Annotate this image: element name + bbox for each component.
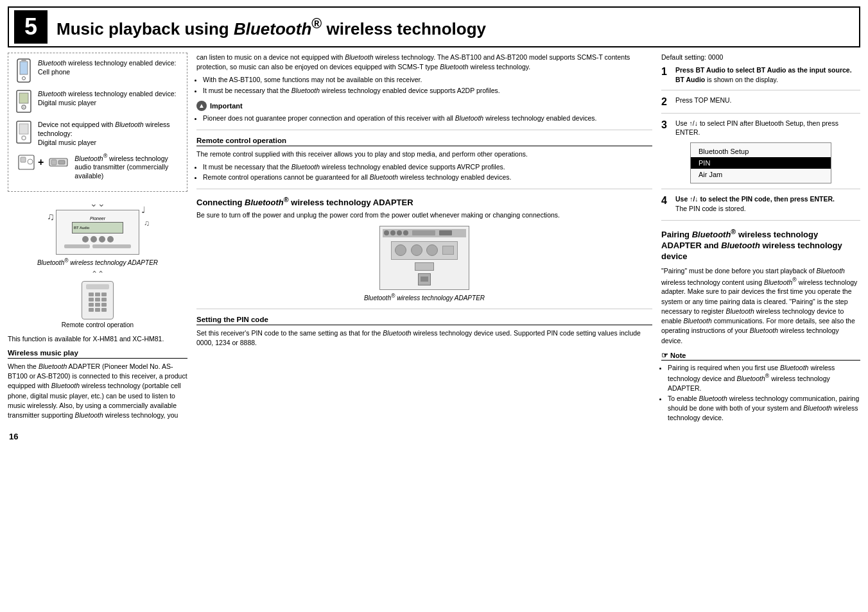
remote-body: The remote control supplied with this re… <box>196 149 652 159</box>
wireless-body-text: When the Bluetooth ADAPTER (Pioneer Mode… <box>8 362 187 420</box>
receiver-diagram: Pioneer BT Audio <box>56 210 139 255</box>
wireless-section-header: Wireless music play <box>8 349 187 359</box>
page-header: 5 Music playback using Bluetooth® wirele… <box>8 6 860 47</box>
intro-body: can listen to music on a device not equi… <box>196 53 652 72</box>
intro-bullets: With the AS-BT100, some functions may no… <box>203 75 652 95</box>
pin-body: Set this receiver's PIN code to the same… <box>196 328 652 348</box>
divider1 <box>196 130 652 130</box>
svg-rect-5 <box>19 93 28 103</box>
step-1: 1 Press BT Audio to select BT Audio as t… <box>661 65 860 84</box>
menu-item-pin: PIN <box>691 157 831 169</box>
step2-number: 2 <box>661 96 672 108</box>
device-musicplayer: Bluetooth wireless technology enabled de… <box>15 89 180 115</box>
svg-rect-12 <box>21 157 26 162</box>
important-bullets: Pioneer does not guarantee proper connec… <box>203 114 652 123</box>
connecting-body: Be sure to turn off the power and unplug… <box>196 210 652 220</box>
note-box: ☞ Note Pairing is required when you firs… <box>661 351 860 423</box>
page-number: 16 <box>0 425 868 448</box>
step1-number: 1 <box>661 65 672 78</box>
remote-label: Remote control operation <box>8 321 187 328</box>
pairing-title: Pairing Bluetooth® wireless technology A… <box>661 227 860 262</box>
svg-rect-3 <box>21 60 26 62</box>
device-bt-transmitter: + Bluetooth® wireless technology audio t… <box>15 153 180 181</box>
device1-label: Bluetooth wireless technology enabled de… <box>38 58 176 76</box>
menu-display: Bluetooth Setup PIN Air Jam <box>690 142 831 183</box>
step1-divider <box>661 90 860 90</box>
important-icon: ▲ <box>196 101 207 111</box>
function-note: This function is available for X-HM81 an… <box>8 335 187 343</box>
mid-column: can listen to music on a device not equi… <box>196 53 652 425</box>
device-transmitter: Device not equipped with Bluetooth wirel… <box>15 120 180 148</box>
step3-number: 3 <box>661 119 672 131</box>
svg-point-13 <box>28 159 33 164</box>
adapter-area: ⌄⌄ Pioneer BT Audio <box>8 198 187 328</box>
connecting-section-title: Connecting Bluetooth® wireless technolog… <box>196 196 652 207</box>
step3-text: Use ↑/↓ to select PIN after Bluetooth Se… <box>675 119 860 137</box>
step3-divider <box>661 189 860 189</box>
remote-section-header: Remote control operation <box>196 137 652 146</box>
svg-point-10 <box>22 136 26 140</box>
transmitter-icon <box>15 120 33 146</box>
pairing-body: "Pairing" must be done before you start … <box>661 266 860 346</box>
title-plain: Music playback using <box>56 19 234 38</box>
step4-text: Use ↑/↓ to select the PIN code, then pre… <box>675 194 860 213</box>
svg-rect-1 <box>20 62 28 74</box>
step2-text: Press TOP MENU. <box>675 96 860 105</box>
musicplayer-icon <box>15 89 33 115</box>
connecting-diagram: Bluetooth® wireless technology ADAPTER <box>196 226 652 302</box>
pairing-divider <box>661 220 860 221</box>
bt-transmitter-label: Bluetooth® wireless technology audio tra… <box>74 153 180 181</box>
step4-number: 4 <box>661 194 672 207</box>
title-suffix: wireless technology <box>322 19 486 38</box>
devices-dashed-box: Bluetooth wireless technology enabled de… <box>8 53 187 192</box>
plus-symbol: + <box>38 157 44 168</box>
page-title: Music playback using Bluetooth® wireless… <box>56 15 486 39</box>
main-content: Bluetooth wireless technology enabled de… <box>0 53 868 425</box>
svg-point-2 <box>22 77 26 80</box>
device-cellphone: Bluetooth wireless technology enabled de… <box>15 58 180 84</box>
connecting-adapter-label: Bluetooth® wireless technology ADAPTER <box>364 293 485 302</box>
svg-rect-9 <box>19 124 28 134</box>
divider3 <box>196 309 652 309</box>
important-title: ▲ Important <box>196 101 652 111</box>
cellphone-icon <box>15 58 33 84</box>
chapter-number: 5 <box>14 10 48 44</box>
step-4: 4 Use ↑/↓ to select the PIN code, then p… <box>661 194 860 213</box>
pin-section-header: Setting the PIN code <box>196 316 652 325</box>
left-column: Bluetooth wireless technology enabled de… <box>8 53 187 425</box>
remote-control-diagram <box>82 281 114 319</box>
divider2 <box>196 189 652 189</box>
device3-label: Device not equipped with Bluetooth wirel… <box>38 120 180 148</box>
step-3: 3 Use ↑/↓ to select PIN after Bluetooth … <box>661 119 860 137</box>
remote-bullets: It must be necessary that the Bluetooth … <box>203 162 652 182</box>
menu-item-bluetooth-setup: Bluetooth Setup <box>691 146 831 157</box>
menu-item-airjam: Air Jam <box>691 169 831 180</box>
adapter-label: Bluetooth® wireless technology ADAPTER <box>8 257 187 267</box>
title-sup: ® <box>311 15 322 31</box>
title-italic: Bluetooth <box>234 19 311 38</box>
important-box: ▲ Important Pioneer does not guarantee p… <box>196 101 652 123</box>
svg-rect-15 <box>51 160 56 165</box>
step2-divider <box>661 113 860 114</box>
note-bullets: Pairing is required when you first use B… <box>668 363 860 423</box>
step1-text: Press BT Audio to select BT Audio as the… <box>675 65 860 84</box>
svg-rect-16 <box>58 160 65 164</box>
default-setting: Default setting: 0000 <box>661 53 860 62</box>
adapter-device-diagram <box>379 226 469 290</box>
note-title: ☞ Note <box>661 351 860 361</box>
note-icon: ☞ <box>661 351 668 360</box>
step-2: 2 Press TOP MENU. <box>661 96 860 108</box>
right-column: Default setting: 0000 1 Press BT Audio t… <box>661 53 860 425</box>
svg-point-7 <box>23 106 24 108</box>
device2-label: Bluetooth wireless technology enabled de… <box>38 89 176 107</box>
